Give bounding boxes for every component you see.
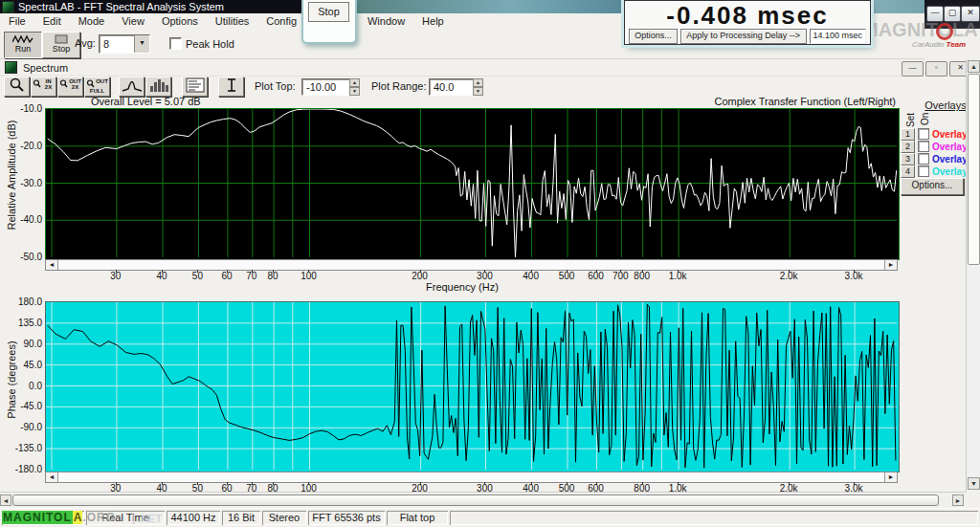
- zoom-out-2x-button[interactable]: OUT2X: [57, 77, 83, 97]
- overlay-on-checkbox-2[interactable]: [918, 141, 929, 152]
- overlay-set-button-1[interactable]: 1: [901, 128, 915, 141]
- plot-range-spinner[interactable]: ▲▼: [473, 78, 483, 96]
- bars-icon: [148, 77, 169, 93]
- menu-view[interactable]: View: [113, 15, 153, 27]
- ytick-label: 90.0: [2, 339, 42, 349]
- magnifier-small-icon: [59, 79, 68, 88]
- scroll-right-icon[interactable]: ►: [884, 260, 897, 270]
- scroll-left-icon[interactable]: ◄: [46, 472, 58, 482]
- menu-edit[interactable]: Edit: [34, 15, 70, 27]
- ytick-label: 135.0: [2, 318, 42, 328]
- float-stop-button[interactable]: Stop: [308, 2, 349, 22]
- scroll-down-icon[interactable]: ▼: [968, 477, 980, 490]
- processing-delay-field[interactable]: 14.100 msec: [810, 29, 866, 44]
- status-panel-fft-65536-pts: FFT 65536 pts: [308, 511, 385, 525]
- menu-window[interactable]: Window: [359, 15, 413, 27]
- apply-processing-delay-button[interactable]: Apply to Processing Delay -->: [680, 29, 807, 44]
- watermark-magnitola: MAGNITOLA: [862, 19, 979, 38]
- phase-plot-scrollbar[interactable]: ◄ ►: [45, 472, 898, 483]
- app-icon: [2, 1, 14, 13]
- scroll-right-icon[interactable]: ►: [884, 472, 897, 482]
- delay-finder-window: -0.408 msec Options... Apply to Processi…: [624, 0, 871, 45]
- tick-mark: [678, 270, 679, 273]
- marker-button[interactable]: [218, 77, 244, 97]
- overlay-row-1: 1Overlay 1: [901, 128, 975, 140]
- window-title: SpectraLAB - FFT Spectral Analysis Syste…: [18, 1, 224, 12]
- tick-mark: [484, 482, 485, 485]
- vertical-scrollbar-thumb[interactable]: [968, 74, 980, 265]
- phase-plot[interactable]: [45, 301, 900, 472]
- zoom-cursor-button[interactable]: [4, 77, 30, 97]
- magnifier-small-icon: [86, 79, 95, 88]
- peak-curve-icon: [122, 77, 143, 93]
- magnitude-plot[interactable]: [45, 108, 900, 260]
- ibeam-icon: [225, 77, 238, 93]
- avg-dropdown[interactable]: 8 ▼: [99, 34, 150, 54]
- plot-top-spinner[interactable]: ▲▼: [349, 78, 360, 96]
- scroll-up-icon[interactable]: ▲: [968, 60, 980, 73]
- menu-utilities[interactable]: Utilities: [207, 15, 257, 27]
- plot-top-input[interactable]: -10.00: [301, 78, 351, 96]
- ytick-label: 180.0: [2, 296, 42, 307]
- scroll-right-icon[interactable]: ►: [952, 494, 964, 506]
- display-options-button[interactable]: [182, 77, 208, 97]
- tick-mark: [596, 270, 597, 273]
- menu-file[interactable]: File: [0, 15, 34, 27]
- peak-display-button[interactable]: [119, 77, 145, 97]
- tick-mark: [116, 482, 117, 485]
- overlays-options-button[interactable]: Options...: [901, 178, 964, 195]
- peak-hold-checkbox[interactable]: [169, 37, 182, 50]
- horizontal-scrollbar-thumb[interactable]: [12, 494, 939, 506]
- overlay-set-button-3[interactable]: 3: [901, 153, 915, 165]
- scroll-left-icon[interactable]: ◄: [46, 260, 58, 270]
- menu-options[interactable]: Options: [153, 15, 207, 27]
- overlay-set-button-2[interactable]: 2: [901, 141, 915, 153]
- status-panel-16-bit: 16 Bit: [222, 511, 260, 525]
- ytick-label: -135.0: [2, 443, 42, 453]
- scroll-left-icon[interactable]: ◄: [0, 494, 11, 506]
- menu-mode[interactable]: Mode: [70, 15, 114, 27]
- menu-help[interactable]: Help: [413, 15, 453, 27]
- scrollbar-thumb[interactable]: [58, 260, 884, 270]
- tick-mark: [308, 270, 309, 273]
- status-panel-blank-7: [450, 511, 978, 525]
- vertical-scrollbar[interactable]: ▲ ▼: [966, 59, 980, 492]
- run-button-label: Run: [15, 44, 32, 54]
- run-button[interactable]: Run: [4, 32, 42, 58]
- tick-mark: [273, 270, 274, 273]
- bar-display-button[interactable]: [145, 77, 171, 97]
- status-panel-flat-top: Flat top: [387, 511, 448, 525]
- tick-mark: [531, 270, 532, 273]
- horizontal-scrollbar[interactable]: ◄ ►: [0, 492, 966, 507]
- zoom-out-full-button[interactable]: OUTFULL: [84, 77, 110, 97]
- spectrum-maximize-button[interactable]: ▫: [925, 61, 947, 77]
- tick-mark: [678, 482, 679, 485]
- ytick-label: -30.0: [2, 178, 42, 188]
- tick-mark: [308, 482, 309, 485]
- tick-mark: [162, 270, 163, 273]
- tick-mark: [162, 482, 163, 485]
- overlay-on-checkbox-3[interactable]: [918, 153, 929, 165]
- zoom-in-2x-button[interactable]: IN2X: [31, 77, 56, 97]
- spectrum-titlebar: Spectrum: [0, 59, 980, 77]
- ytick-label: -50.0: [2, 252, 42, 262]
- title-bar: SpectraLAB - FFT Spectral Analysis Syste…: [0, 0, 308, 13]
- plot-range-input[interactable]: 40.0: [429, 78, 475, 96]
- scrollbar-thumb[interactable]: [58, 472, 884, 482]
- overlay-set-button-4[interactable]: 4: [901, 165, 915, 178]
- overlay-on-checkbox-1[interactable]: [918, 128, 929, 140]
- list-icon: [186, 77, 205, 93]
- stop-float-window: Stop: [301, 0, 357, 44]
- menu-config[interactable]: Config: [257, 15, 305, 27]
- overall-level-annotation: Overall Level = 5.07 dB: [91, 96, 201, 107]
- overlay-on-checkbox-4[interactable]: [918, 165, 929, 177]
- amplitude-axis-label: Relative Amplitude (dB): [6, 99, 17, 251]
- overlays-set-label: Set: [905, 113, 916, 127]
- delay-options-button[interactable]: Options...: [629, 29, 678, 44]
- stop-button-label: Stop: [53, 44, 71, 54]
- overlay-row-3: 3Overlay 3: [901, 153, 975, 165]
- status-panel-stereo: Stereo: [262, 511, 306, 525]
- spectrum-minimize-button[interactable]: —: [902, 61, 924, 77]
- overlay-row-4: 4Overlay 4: [901, 165, 975, 177]
- magnitude-plot-scrollbar[interactable]: ◄ ►: [45, 259, 898, 271]
